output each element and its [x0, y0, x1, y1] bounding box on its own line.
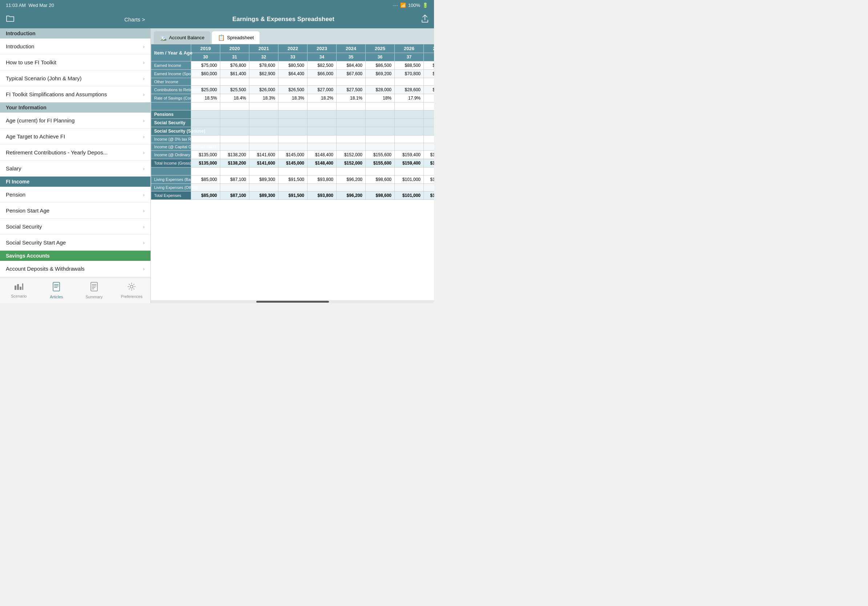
- tab-preferences-label: Preferences: [121, 294, 143, 298]
- year-2023: 2023: [307, 44, 336, 53]
- section-header-your-info: Your Information: [0, 102, 150, 113]
- table-row: Income (@ Ordinary tax Rate) $135,000 $1…: [151, 151, 434, 159]
- sidebar-item-age-target[interactable]: Age Target to Achieve FI ›: [0, 128, 150, 145]
- table-row: Income (@ 0% tax Rate): [151, 136, 434, 143]
- svg-rect-1: [17, 284, 19, 290]
- sidebar-item-simplifications[interactable]: FI Toolkit Simplifications and Assumptio…: [0, 87, 150, 102]
- chevron-icon: ›: [143, 166, 145, 172]
- tab-account-balance[interactable]: 🏔️ Account Balance: [154, 31, 211, 44]
- tab-account-balance-label: Account Balance: [169, 35, 205, 40]
- chevron-icon: ›: [143, 240, 145, 246]
- sidebar: Introduction Introduction › How to use F…: [0, 28, 151, 303]
- chevron-icon: ›: [143, 134, 145, 139]
- sidebar-item-social-security[interactable]: Social Security ›: [0, 219, 150, 235]
- main-content: Introduction Introduction › How to use F…: [0, 28, 434, 303]
- tab-summary[interactable]: Summary: [75, 278, 113, 303]
- section-header-savings: Savings Accounts: [0, 251, 150, 261]
- section-header-introduction: Introduction: [0, 28, 150, 39]
- tab-scenario-label: Scenario: [11, 294, 26, 298]
- age-header-row: 30 31 32 33 34 35 36 37 38: [151, 53, 434, 62]
- sidebar-item-introduction[interactable]: Introduction ›: [0, 39, 150, 54]
- tab-summary-label: Summary: [85, 295, 102, 299]
- view-tab-bar: 🏔️ Account Balance 📋 Spreadsheet: [151, 28, 434, 44]
- spreadsheet-table: Item / Year & Age 2019 2020 2021 2022 20…: [151, 44, 434, 200]
- chevron-icon: ›: [143, 118, 145, 124]
- tab-spreadsheet[interactable]: 📋 Spreadsheet: [212, 31, 260, 44]
- battery-icon: 🔋: [422, 3, 428, 8]
- preferences-icon: [127, 282, 136, 293]
- svg-point-13: [130, 285, 133, 288]
- chevron-icon: ›: [143, 60, 145, 65]
- svg-rect-2: [20, 287, 22, 290]
- table-row: Living Expenses (Other): [151, 184, 434, 192]
- sidebar-item-pension-start-age[interactable]: Pension Start Age ›: [0, 203, 150, 219]
- age-33: 33: [278, 53, 307, 62]
- sidebar-item-account-deposits[interactable]: Account Deposits & Withdrawals ›: [0, 261, 150, 277]
- sidebar-item-how-to-use[interactable]: How to use FI Toolkit ›: [0, 54, 150, 71]
- chevron-icon: ›: [143, 224, 145, 230]
- table-row: [151, 102, 434, 110]
- wifi-icon: 📶: [400, 3, 406, 8]
- table-row: Earned Income (Spouse) $60,000 $61,400 $…: [151, 70, 434, 78]
- svg-rect-3: [22, 283, 23, 290]
- battery-indicator: 100%: [408, 3, 420, 8]
- sidebar-item-salary[interactable]: Salary ›: [0, 161, 150, 176]
- header-left: Charts >: [0, 15, 151, 24]
- header-center: Earnings & Expenses Spreadsheet: [151, 15, 416, 23]
- summary-icon: [90, 282, 98, 294]
- spreadsheet-view[interactable]: Item / Year & Age 2019 2020 2021 2022 20…: [151, 44, 434, 300]
- bottom-tab-bar: Scenario Articles: [0, 278, 150, 303]
- year-2024: 2024: [336, 44, 366, 53]
- articles-icon: [52, 282, 60, 294]
- year-2022: 2022: [278, 44, 307, 53]
- app-header: Charts > Earnings & Expenses Spreadsheet: [0, 10, 434, 28]
- status-right: ···· 📶 100% 🔋: [392, 3, 428, 8]
- right-panel: 🏔️ Account Balance 📋 Spreadsheet Item / …: [151, 28, 434, 303]
- chevron-icon: ›: [143, 150, 145, 156]
- page-title: Earnings & Expenses Spreadsheet: [232, 15, 335, 23]
- svg-rect-8: [91, 282, 98, 291]
- scenario-icon: [14, 283, 23, 293]
- chevron-icon: ›: [143, 91, 145, 97]
- table-row: Total Expenses $85,000 $87,100 $89,300 $…: [151, 192, 434, 200]
- status-bar: 11:03 AM Wed Mar 20 ···· 📶 100% 🔋: [0, 0, 434, 10]
- age-36: 36: [366, 53, 395, 62]
- sidebar-item-typical-scenario[interactable]: Typical Scenario (John & Mary) ›: [0, 71, 150, 87]
- item-year-age-header: Item / Year & Age: [151, 44, 191, 62]
- header-right: [416, 14, 434, 25]
- table-row: Total Income (Gross) $135,000 $138,200 $…: [151, 159, 434, 167]
- table-row: Living Expenses (Basic) $85,000 $87,100 …: [151, 175, 434, 184]
- age-38: 38: [424, 53, 434, 62]
- year-2027: 2027: [424, 44, 434, 53]
- chevron-icon: ›: [143, 208, 145, 213]
- charts-button[interactable]: Charts >: [124, 16, 145, 23]
- chevron-icon: ›: [143, 76, 145, 81]
- svg-rect-4: [53, 282, 60, 291]
- chevron-icon: ›: [143, 266, 145, 272]
- tab-scenario[interactable]: Scenario: [0, 278, 38, 303]
- table-row: Social Security (Spouse): [151, 127, 434, 136]
- share-icon[interactable]: [421, 14, 429, 25]
- sidebar-item-age-current[interactable]: Age (current) for FI Planning ›: [0, 113, 150, 128]
- sidebar-item-retirement-contributions[interactable]: Retirement Contributions - Yearly Depos.…: [0, 145, 150, 161]
- sidebar-item-pension[interactable]: Pension ›: [0, 187, 150, 203]
- scroll-indicator: [151, 300, 434, 303]
- tab-articles-label: Articles: [50, 295, 63, 299]
- signal-icon: ····: [392, 3, 398, 8]
- chevron-icon: ›: [143, 43, 145, 49]
- age-37: 37: [395, 53, 424, 62]
- table-row: Other Income: [151, 78, 434, 86]
- age-30: 30: [191, 53, 220, 62]
- chevron-icon: ›: [143, 192, 145, 198]
- folder-icon[interactable]: [6, 15, 14, 24]
- year-header-row: Item / Year & Age 2019 2020 2021 2022 20…: [151, 44, 434, 53]
- year-2026: 2026: [395, 44, 424, 53]
- age-35: 35: [336, 53, 366, 62]
- tab-preferences[interactable]: Preferences: [113, 278, 151, 303]
- scroll-bar[interactable]: [256, 301, 329, 303]
- tab-articles[interactable]: Articles: [38, 278, 76, 303]
- year-2021: 2021: [250, 44, 278, 53]
- age-32: 32: [250, 53, 278, 62]
- sidebar-item-social-security-start-age[interactable]: Social Security Start Age ›: [0, 235, 150, 251]
- sidebar-scroll[interactable]: Introduction Introduction › How to use F…: [0, 28, 150, 278]
